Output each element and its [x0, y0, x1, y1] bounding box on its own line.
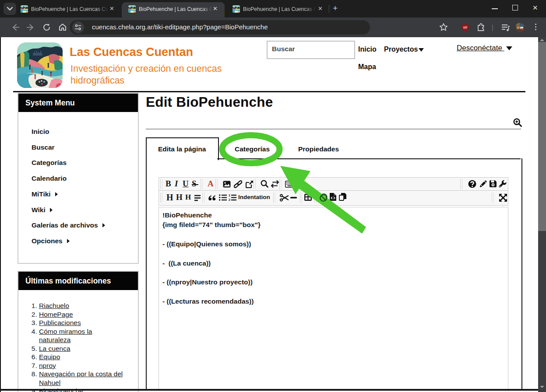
- svg-text:uO: uO: [463, 26, 467, 29]
- svg-text:2: 2: [229, 198, 230, 201]
- svg-text:1: 1: [229, 194, 230, 197]
